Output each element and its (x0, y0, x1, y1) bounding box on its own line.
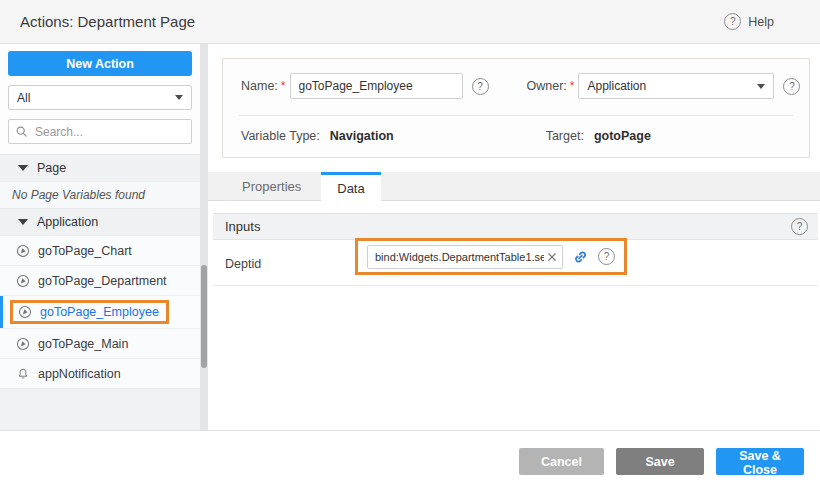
filter-dropdown[interactable]: All (8, 85, 192, 110)
action-summary-form: Name: * ? Owner: * Application ? Variabl… (222, 58, 810, 158)
new-action-button[interactable]: New Action (8, 51, 192, 76)
sidebar-item-gotopage-main[interactable]: goToPage_Main (0, 328, 200, 358)
sidebar-item-gotopage-department[interactable]: goToPage_Department (0, 265, 200, 295)
target-value: gotoPage (594, 129, 651, 143)
owner-help-icon[interactable]: ? (783, 78, 800, 95)
save-button[interactable]: Save (616, 448, 704, 475)
inputs-help-icon[interactable]: ? (791, 218, 808, 235)
variable-type-label: Variable Type: (241, 129, 320, 143)
sidebar-item-gotopage-employee[interactable]: goToPage_Employee (0, 295, 200, 328)
dialog-header: Actions: Department Page ? Help (0, 0, 820, 44)
caret-down-icon (18, 165, 28, 171)
sidebar-item-appnotification[interactable]: appNotification (0, 358, 200, 388)
search-box[interactable] (8, 119, 192, 144)
selection-annotation-box: goToPage_Employee (10, 300, 169, 324)
actions-dialog: Actions: Department Page ? Help New Acti… (0, 0, 820, 488)
deptid-label: Deptid (225, 257, 261, 271)
variable-type-value: Navigation (330, 129, 394, 143)
required-marker: * (570, 79, 575, 93)
sidebar-item-gotopage-chart[interactable]: goToPage_Chart (0, 235, 200, 265)
form-divider (239, 115, 793, 116)
action-detail-panel: Name: * ? Owner: * Application ? Variabl… (208, 44, 820, 430)
navigation-icon (16, 337, 30, 351)
search-input[interactable] (33, 124, 185, 140)
dialog-footer: Cancel Save Save & Close (0, 430, 820, 488)
sidebar-item-label: goToPage_Department (38, 274, 167, 288)
tab-properties[interactable]: Properties (222, 172, 321, 200)
save-and-close-button[interactable]: Save & Close (716, 448, 804, 475)
actions-sidebar: New Action All Page No Page Variables fo… (0, 44, 200, 430)
sidebar-item-label: goToPage_Employee (40, 305, 159, 319)
navigation-icon (16, 274, 30, 288)
search-icon (15, 125, 28, 138)
name-field[interactable] (290, 73, 463, 99)
help-label: Help (748, 15, 774, 29)
section-header-application[interactable]: Application (0, 208, 200, 235)
help-button[interactable]: ? Help (724, 13, 774, 30)
sidebar-item-label: appNotification (38, 367, 121, 381)
bind-link-icon[interactable] (572, 248, 589, 266)
chevron-down-icon (757, 84, 765, 89)
section-label: Page (37, 161, 66, 175)
sidebar-item-label: goToPage_Chart (38, 244, 132, 258)
bind-annotation-box: bind:Widgets.DepartmentTable1.selec ? (355, 238, 627, 275)
deptid-help-icon[interactable]: ? (598, 248, 615, 265)
inputs-section-header: Inputs ? (213, 213, 818, 240)
deptid-bind-value: bind:Widgets.DepartmentTable1.selec (375, 251, 544, 263)
filter-dropdown-value: All (17, 91, 30, 105)
tab-data[interactable]: Data (321, 172, 380, 201)
clear-icon[interactable] (546, 251, 558, 263)
owner-label: Owner: (527, 79, 567, 93)
cancel-button[interactable]: Cancel (519, 448, 604, 475)
help-icon[interactable]: ? (724, 13, 741, 30)
page-empty-message: No Page Variables found (0, 181, 200, 208)
deptid-bind-input[interactable]: bind:Widgets.DepartmentTable1.selec (367, 245, 563, 269)
chevron-down-icon (175, 95, 183, 100)
owner-dropdown[interactable]: Application (578, 73, 774, 99)
required-marker: * (281, 79, 286, 93)
name-label: Name: (241, 79, 278, 93)
sidebar-item-label: goToPage_Main (38, 337, 128, 351)
section-header-page[interactable]: Page (0, 154, 200, 181)
target-label: Target: (546, 129, 584, 143)
navigation-icon (18, 305, 32, 319)
page-title: Actions: Department Page (20, 13, 195, 30)
detail-tabbar: Properties Data (208, 172, 820, 201)
bell-icon (16, 367, 30, 381)
row-separator (213, 285, 818, 286)
inputs-title: Inputs (225, 219, 260, 234)
sidebar-scrollbar-track[interactable] (200, 44, 208, 430)
owner-dropdown-value: Application (587, 79, 646, 93)
sidebar-scrollbar-thumb[interactable] (201, 265, 207, 368)
caret-down-icon (18, 219, 28, 225)
navigation-icon (16, 244, 30, 258)
section-label: Application (37, 215, 98, 229)
sidebar-empty-area (0, 388, 200, 430)
name-help-icon[interactable]: ? (472, 78, 489, 95)
